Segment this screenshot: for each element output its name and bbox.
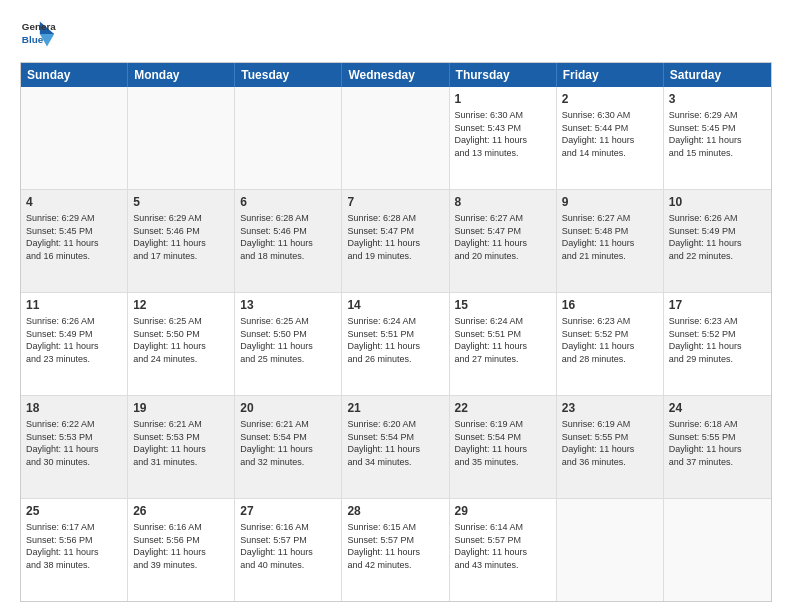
day-info: Sunrise: 6:24 AM Sunset: 5:51 PM Dayligh… [455, 315, 551, 365]
day-number: 5 [133, 194, 229, 210]
calendar-cell: 14Sunrise: 6:24 AM Sunset: 5:51 PM Dayli… [342, 293, 449, 395]
calendar-row-3: 11Sunrise: 6:26 AM Sunset: 5:49 PM Dayli… [21, 293, 771, 396]
day-info: Sunrise: 6:24 AM Sunset: 5:51 PM Dayligh… [347, 315, 443, 365]
header-wednesday: Wednesday [342, 63, 449, 87]
calendar-cell [21, 87, 128, 189]
calendar-cell: 24Sunrise: 6:18 AM Sunset: 5:55 PM Dayli… [664, 396, 771, 498]
header: General Blue [20, 16, 772, 52]
day-info: Sunrise: 6:28 AM Sunset: 5:46 PM Dayligh… [240, 212, 336, 262]
calendar-cell: 6Sunrise: 6:28 AM Sunset: 5:46 PM Daylig… [235, 190, 342, 292]
calendar-cell: 7Sunrise: 6:28 AM Sunset: 5:47 PM Daylig… [342, 190, 449, 292]
day-info: Sunrise: 6:30 AM Sunset: 5:44 PM Dayligh… [562, 109, 658, 159]
day-number: 11 [26, 297, 122, 313]
svg-text:Blue: Blue [22, 34, 44, 45]
calendar-cell [235, 87, 342, 189]
day-info: Sunrise: 6:30 AM Sunset: 5:43 PM Dayligh… [455, 109, 551, 159]
day-info: Sunrise: 6:25 AM Sunset: 5:50 PM Dayligh… [133, 315, 229, 365]
calendar-row-1: 1Sunrise: 6:30 AM Sunset: 5:43 PM Daylig… [21, 87, 771, 190]
calendar-cell: 26Sunrise: 6:16 AM Sunset: 5:56 PM Dayli… [128, 499, 235, 601]
day-number: 1 [455, 91, 551, 107]
calendar-cell: 19Sunrise: 6:21 AM Sunset: 5:53 PM Dayli… [128, 396, 235, 498]
calendar-cell: 22Sunrise: 6:19 AM Sunset: 5:54 PM Dayli… [450, 396, 557, 498]
day-number: 4 [26, 194, 122, 210]
day-info: Sunrise: 6:29 AM Sunset: 5:45 PM Dayligh… [26, 212, 122, 262]
day-info: Sunrise: 6:21 AM Sunset: 5:53 PM Dayligh… [133, 418, 229, 468]
calendar-cell [342, 87, 449, 189]
calendar-cell: 2Sunrise: 6:30 AM Sunset: 5:44 PM Daylig… [557, 87, 664, 189]
calendar-cell: 5Sunrise: 6:29 AM Sunset: 5:46 PM Daylig… [128, 190, 235, 292]
day-number: 7 [347, 194, 443, 210]
calendar-row-2: 4Sunrise: 6:29 AM Sunset: 5:45 PM Daylig… [21, 190, 771, 293]
calendar-cell: 27Sunrise: 6:16 AM Sunset: 5:57 PM Dayli… [235, 499, 342, 601]
logo-icon: General Blue [20, 16, 56, 52]
day-number: 2 [562, 91, 658, 107]
day-number: 18 [26, 400, 122, 416]
day-number: 26 [133, 503, 229, 519]
calendar-cell: 16Sunrise: 6:23 AM Sunset: 5:52 PM Dayli… [557, 293, 664, 395]
header-monday: Monday [128, 63, 235, 87]
svg-text:General: General [22, 21, 56, 32]
calendar-cell: 9Sunrise: 6:27 AM Sunset: 5:48 PM Daylig… [557, 190, 664, 292]
header-saturday: Saturday [664, 63, 771, 87]
day-number: 17 [669, 297, 766, 313]
day-number: 15 [455, 297, 551, 313]
day-number: 9 [562, 194, 658, 210]
calendar-cell: 29Sunrise: 6:14 AM Sunset: 5:57 PM Dayli… [450, 499, 557, 601]
calendar-cell: 23Sunrise: 6:19 AM Sunset: 5:55 PM Dayli… [557, 396, 664, 498]
day-info: Sunrise: 6:23 AM Sunset: 5:52 PM Dayligh… [669, 315, 766, 365]
calendar-cell: 13Sunrise: 6:25 AM Sunset: 5:50 PM Dayli… [235, 293, 342, 395]
day-info: Sunrise: 6:15 AM Sunset: 5:57 PM Dayligh… [347, 521, 443, 571]
day-number: 14 [347, 297, 443, 313]
day-info: Sunrise: 6:26 AM Sunset: 5:49 PM Dayligh… [669, 212, 766, 262]
day-info: Sunrise: 6:19 AM Sunset: 5:55 PM Dayligh… [562, 418, 658, 468]
day-number: 13 [240, 297, 336, 313]
day-number: 24 [669, 400, 766, 416]
day-number: 16 [562, 297, 658, 313]
calendar-row-5: 25Sunrise: 6:17 AM Sunset: 5:56 PM Dayli… [21, 499, 771, 601]
day-number: 20 [240, 400, 336, 416]
calendar-cell: 11Sunrise: 6:26 AM Sunset: 5:49 PM Dayli… [21, 293, 128, 395]
day-info: Sunrise: 6:29 AM Sunset: 5:45 PM Dayligh… [669, 109, 766, 159]
calendar-cell: 21Sunrise: 6:20 AM Sunset: 5:54 PM Dayli… [342, 396, 449, 498]
day-info: Sunrise: 6:27 AM Sunset: 5:47 PM Dayligh… [455, 212, 551, 262]
calendar-cell: 10Sunrise: 6:26 AM Sunset: 5:49 PM Dayli… [664, 190, 771, 292]
calendar-cell [557, 499, 664, 601]
calendar-cell: 25Sunrise: 6:17 AM Sunset: 5:56 PM Dayli… [21, 499, 128, 601]
calendar-row-4: 18Sunrise: 6:22 AM Sunset: 5:53 PM Dayli… [21, 396, 771, 499]
page: General Blue Sunday Monday Tuesday Wedne… [0, 0, 792, 612]
calendar-cell: 12Sunrise: 6:25 AM Sunset: 5:50 PM Dayli… [128, 293, 235, 395]
calendar-cell: 4Sunrise: 6:29 AM Sunset: 5:45 PM Daylig… [21, 190, 128, 292]
day-number: 10 [669, 194, 766, 210]
header-friday: Friday [557, 63, 664, 87]
day-number: 12 [133, 297, 229, 313]
calendar-cell: 15Sunrise: 6:24 AM Sunset: 5:51 PM Dayli… [450, 293, 557, 395]
calendar-cell: 3Sunrise: 6:29 AM Sunset: 5:45 PM Daylig… [664, 87, 771, 189]
day-number: 27 [240, 503, 336, 519]
calendar-body: 1Sunrise: 6:30 AM Sunset: 5:43 PM Daylig… [21, 87, 771, 601]
day-info: Sunrise: 6:27 AM Sunset: 5:48 PM Dayligh… [562, 212, 658, 262]
calendar-cell [128, 87, 235, 189]
day-number: 28 [347, 503, 443, 519]
calendar-cell: 1Sunrise: 6:30 AM Sunset: 5:43 PM Daylig… [450, 87, 557, 189]
calendar-cell: 28Sunrise: 6:15 AM Sunset: 5:57 PM Dayli… [342, 499, 449, 601]
day-info: Sunrise: 6:21 AM Sunset: 5:54 PM Dayligh… [240, 418, 336, 468]
day-number: 25 [26, 503, 122, 519]
calendar-header: Sunday Monday Tuesday Wednesday Thursday… [21, 63, 771, 87]
calendar-cell: 20Sunrise: 6:21 AM Sunset: 5:54 PM Dayli… [235, 396, 342, 498]
day-info: Sunrise: 6:29 AM Sunset: 5:46 PM Dayligh… [133, 212, 229, 262]
day-number: 22 [455, 400, 551, 416]
day-info: Sunrise: 6:19 AM Sunset: 5:54 PM Dayligh… [455, 418, 551, 468]
header-sunday: Sunday [21, 63, 128, 87]
day-number: 6 [240, 194, 336, 210]
header-tuesday: Tuesday [235, 63, 342, 87]
day-number: 21 [347, 400, 443, 416]
calendar: Sunday Monday Tuesday Wednesday Thursday… [20, 62, 772, 602]
day-info: Sunrise: 6:20 AM Sunset: 5:54 PM Dayligh… [347, 418, 443, 468]
day-info: Sunrise: 6:16 AM Sunset: 5:56 PM Dayligh… [133, 521, 229, 571]
day-number: 19 [133, 400, 229, 416]
day-number: 3 [669, 91, 766, 107]
header-thursday: Thursday [450, 63, 557, 87]
day-info: Sunrise: 6:25 AM Sunset: 5:50 PM Dayligh… [240, 315, 336, 365]
day-info: Sunrise: 6:22 AM Sunset: 5:53 PM Dayligh… [26, 418, 122, 468]
day-info: Sunrise: 6:14 AM Sunset: 5:57 PM Dayligh… [455, 521, 551, 571]
